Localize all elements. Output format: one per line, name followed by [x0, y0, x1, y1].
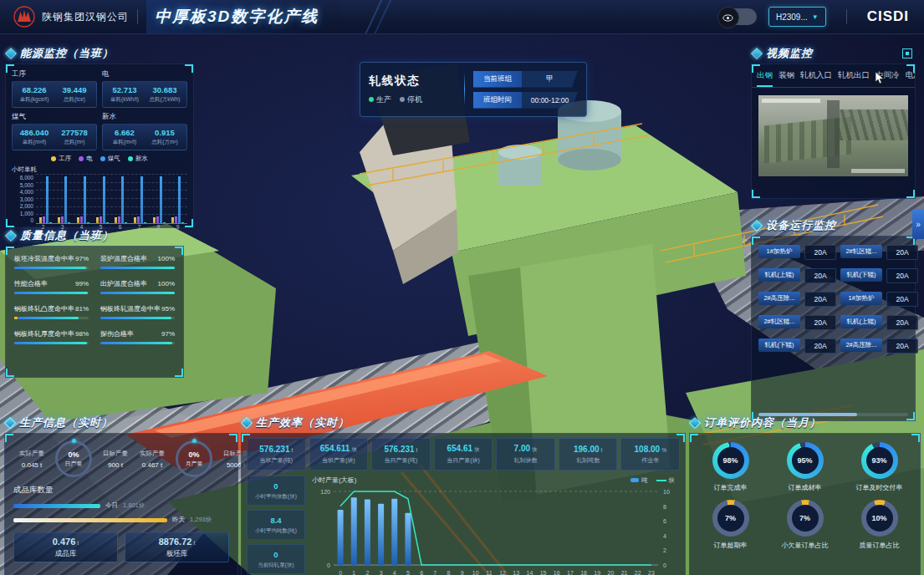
company-logo-icon	[13, 6, 35, 28]
legend-bar-icon	[630, 478, 639, 482]
quality-metric-header: 钢板终轧温度命中率95%	[100, 304, 175, 313]
stat-value: 576.231t	[259, 445, 293, 454]
header-divider	[137, 9, 138, 24]
order-donut-grid: 98%订单完成率95%订单成材率93%订单及时交付率7%订单超期率7%小欠量订单…	[693, 442, 916, 550]
progress-track	[100, 292, 175, 294]
efficiency-stat-card: 7.00块轧制块数	[496, 438, 555, 471]
progress-track	[14, 342, 89, 344]
status-dot	[400, 97, 405, 102]
quality-label: 钢板终轧凸度命中率	[14, 304, 74, 313]
equipment-label: 2#高压除...	[840, 338, 882, 352]
efficiency-stat-card: 654.611块当班产量(块)	[309, 438, 369, 471]
svg-text:23: 23	[648, 570, 655, 575]
y-tick: 4,000	[12, 189, 33, 195]
order-donut: 95%订单成材率	[768, 442, 842, 492]
efficiency-side-stats: 0小时平均块数(块)8.4小时平均吨数(吨)0当前待轧量(块)	[247, 476, 305, 575]
progress-track	[100, 267, 175, 269]
bar	[96, 217, 99, 223]
donut-percent: 95%	[787, 442, 824, 479]
bar	[163, 222, 166, 223]
bar	[61, 216, 64, 223]
efficiency-stat-card: 576.231t当日产量(吨)	[371, 438, 431, 471]
svg-text:18: 18	[580, 570, 587, 575]
progress-fill	[14, 267, 86, 269]
chart-legend: 吨块	[630, 476, 680, 485]
side-stat-label: 小时平均块数(块)	[255, 493, 297, 501]
chart-header: 小时产量(大板) 吨块	[312, 476, 680, 485]
svg-text:2: 2	[365, 570, 369, 575]
svg-text:19: 19	[594, 570, 600, 575]
donut-label: 质量订单占比	[860, 541, 900, 550]
energy-group-box: 486.040单耗(m³/t)277578总耗(m³)	[12, 124, 97, 150]
side-stat-value: 0	[273, 481, 278, 491]
energy-unit: 总耗(tce)	[54, 96, 94, 104]
bar-group	[150, 175, 169, 223]
quality-metric: 出炉温度合格率100%	[100, 279, 175, 294]
panel-header: 视频监控	[751, 45, 916, 62]
energy-hourly-chart: 6,0005,0004,0003,0002,0001,0000	[12, 175, 187, 224]
quality-label: 出炉温度合格率	[100, 279, 147, 288]
energy-groups: 工序68.226单耗(kgce/t)39.449总耗(tce)电52.713单耗…	[12, 69, 187, 150]
progress-track	[100, 317, 175, 319]
panel-equipment-monitor: 设备运行监控 1#加热炉20A2#轧区辊...20A轧机(上辊)20A轧机(下辊…	[751, 217, 916, 421]
quality-percent: 95%	[161, 305, 175, 313]
stock-bar-value: 1,293块	[190, 516, 212, 524]
line-status-rows: 当前班组甲班组时间00:00-12:00	[473, 71, 578, 109]
tab-camera[interactable]: 轧机入口	[800, 70, 832, 87]
panel-production-efficiency: 生产效率（实时） 576.231t当班产量(吨)654.611块当班产量(块)5…	[241, 415, 686, 575]
energy-chart-title: 小时单耗	[12, 165, 187, 174]
equipment-value: 20A	[886, 338, 918, 354]
status-info-label: 当前班组	[473, 71, 522, 88]
equipment-label: 2#轧区辊...	[758, 315, 800, 328]
tab-camera[interactable]: 轧机出口	[838, 70, 870, 87]
donut-label: 订单及时交付率	[856, 483, 903, 492]
equipment-value: 20A	[886, 268, 918, 283]
video-feed[interactable]	[758, 95, 908, 176]
bar	[178, 176, 181, 223]
progress-fill	[18, 317, 79, 319]
donut-percent: 93%	[861, 442, 898, 479]
gauge-group: 实际产量0.467 t0%月产量目标产量5000 t	[134, 440, 254, 477]
gauge-center: 0%日产量	[58, 443, 89, 475]
tab-camera[interactable]: 出钢	[757, 70, 773, 87]
stock-bar-row: 今日1,801块	[13, 501, 229, 510]
tab-camera[interactable]: 电加热	[906, 70, 916, 87]
efficiency-lower: 0小时平均块数(块)8.4小时平均吨数(吨)0当前待轧量(块) 小时产量(大板)…	[247, 476, 680, 575]
video-overlay-text	[762, 99, 820, 103]
donut-label: 订单成材率	[789, 483, 822, 492]
bar	[87, 222, 89, 223]
svg-text:0: 0	[663, 562, 666, 568]
panel-title: 订单评价内容（当月）	[704, 415, 821, 430]
efficiency-side-stat: 0当前待轧量(块)	[247, 544, 305, 574]
panel-body: 实际产量0.045 t0%日产量目标产量900 t实际产量0.467 t0%月产…	[4, 433, 238, 575]
svg-text:9: 9	[461, 570, 464, 575]
panel-expand-handle[interactable]: »	[912, 209, 924, 239]
visibility-toggle[interactable]	[718, 8, 757, 25]
quality-metric: 钢板终轧凸度命中率81%	[14, 304, 89, 319]
quality-label: 板坯冷装温度命中率	[14, 254, 74, 263]
status-info-label: 班组时间	[473, 92, 522, 109]
stock-bar	[13, 504, 100, 508]
energy-group-box: 52.713单耗(kWh/t)30.683总耗(万kWh)	[102, 81, 187, 108]
order-donut: 93%订单及时交付率	[842, 442, 916, 492]
line-selector-dropdown[interactable]: H2309... ▼	[768, 7, 826, 27]
quality-metric: 性能合格率99%	[14, 279, 89, 294]
collapse-icon[interactable]	[902, 48, 912, 59]
page-title: 中厚板3D数字化产线	[155, 6, 319, 28]
quality-label: 钢板终轧厚度命中率	[14, 329, 74, 338]
legend-dot	[51, 156, 56, 161]
panel-header: 能源监控（当班）	[5, 45, 194, 62]
panel-header: 质量信息（当班）	[5, 227, 184, 244]
video-column	[827, 100, 839, 168]
energy-value: 30.683	[145, 85, 185, 94]
svg-text:16: 16	[554, 570, 560, 575]
bar-groups	[36, 175, 187, 223]
stat-unit: t	[291, 447, 293, 453]
decoration-streaks	[340, 0, 416, 33]
energy-unit: 总耗(m³)	[54, 139, 94, 146]
legend-label: 工序	[59, 155, 71, 163]
stat-value: 654.611块	[320, 444, 357, 454]
tab-camera[interactable]: 装钢	[779, 70, 794, 87]
stock-bar	[13, 518, 167, 522]
camera-tabs: 出钢装钢轧机入口轧机出口中间冷电加热	[752, 64, 915, 88]
